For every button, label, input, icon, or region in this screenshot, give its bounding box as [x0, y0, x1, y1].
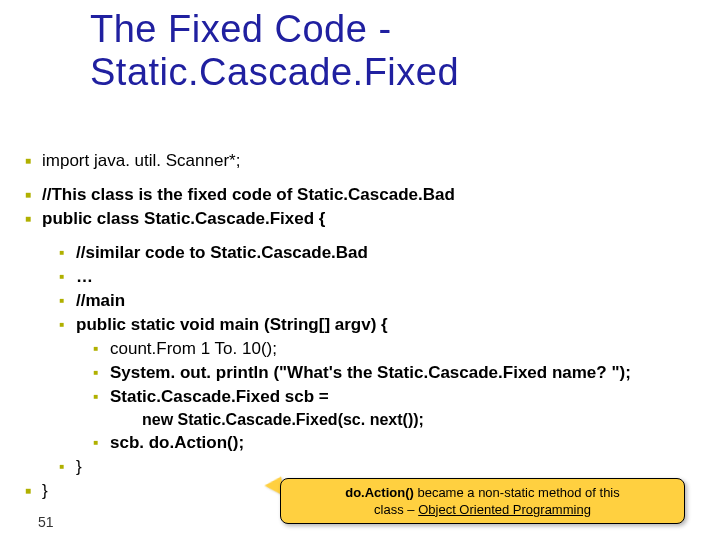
- bullet-icon: [120, 410, 136, 430]
- bullet-icon: ■: [88, 338, 104, 360]
- title-line-2: Static.Cascade.Fixed: [90, 51, 459, 93]
- bullet-icon: ■: [20, 184, 36, 206]
- code-text: }: [76, 456, 700, 478]
- bullet-icon: ■: [88, 432, 104, 454]
- code-text: //This class is the fixed code of Static…: [42, 184, 700, 206]
- title-line-1: The Fixed Code -: [90, 8, 392, 50]
- bullet-icon: ■: [88, 362, 104, 384]
- code-text: public static void main (String[] argv) …: [76, 314, 700, 336]
- callout-box: do.Action() became a non-static method o…: [280, 478, 685, 524]
- bullet-icon: ■: [20, 208, 36, 230]
- code-text: System. out. println ("What's the Static…: [110, 362, 700, 384]
- bullet-icon: ■: [54, 314, 70, 336]
- code-line: ■ count.From 1 To. 10();: [88, 338, 700, 360]
- code-line: ■ public static void main (String[] argv…: [54, 314, 700, 336]
- bullet-icon: ■: [54, 266, 70, 288]
- page-number: 51: [38, 514, 54, 530]
- code-line: ■ …: [54, 266, 700, 288]
- code-line: ■ Static.Cascade.Fixed scb =: [88, 386, 700, 408]
- code-line: new Static.Cascade.Fixed(sc. next());: [120, 410, 700, 430]
- code-text: new Static.Cascade.Fixed(sc. next());: [142, 410, 700, 430]
- bullet-icon: ■: [20, 150, 36, 172]
- code-text: //similar code to Static.Cascade.Bad: [76, 242, 700, 264]
- bullet-icon: ■: [54, 456, 70, 478]
- code-line: ■ System. out. println ("What's the Stat…: [88, 362, 700, 384]
- bullet-icon: ■: [54, 290, 70, 312]
- code-line: ■ //main: [54, 290, 700, 312]
- code-text: scb. do.Action();: [110, 432, 700, 454]
- callout-underline: Object Oriented Programming: [418, 502, 591, 517]
- slide: The Fixed Code - Static.Cascade.Fixed ■ …: [0, 0, 720, 540]
- callout-bold: do.Action(): [345, 485, 414, 500]
- code-line: ■ import java. util. Scanner*;: [20, 150, 700, 172]
- code-text: count.From 1 To. 10();: [110, 338, 700, 360]
- code-text: //main: [76, 290, 700, 312]
- code-body: ■ import java. util. Scanner*; ■ //This …: [20, 150, 700, 504]
- bullet-icon: ■: [88, 386, 104, 408]
- bullet-icon: ■: [20, 480, 36, 502]
- code-text: Static.Cascade.Fixed scb =: [110, 386, 700, 408]
- code-line: ■ //similar code to Static.Cascade.Bad: [54, 242, 700, 264]
- code-line: ■ }: [54, 456, 700, 478]
- code-text: …: [76, 266, 700, 288]
- code-text: import java. util. Scanner*;: [42, 150, 700, 172]
- callout-text-2: class –: [374, 502, 418, 517]
- code-line: ■ public class Static.Cascade.Fixed {: [20, 208, 700, 230]
- callout-text-1: became a non-static method of this: [414, 485, 620, 500]
- bullet-icon: ■: [54, 242, 70, 264]
- slide-title: The Fixed Code - Static.Cascade.Fixed: [90, 8, 680, 93]
- code-line: ■ //This class is the fixed code of Stat…: [20, 184, 700, 206]
- code-line: ■ scb. do.Action();: [88, 432, 700, 454]
- code-text: public class Static.Cascade.Fixed {: [42, 208, 700, 230]
